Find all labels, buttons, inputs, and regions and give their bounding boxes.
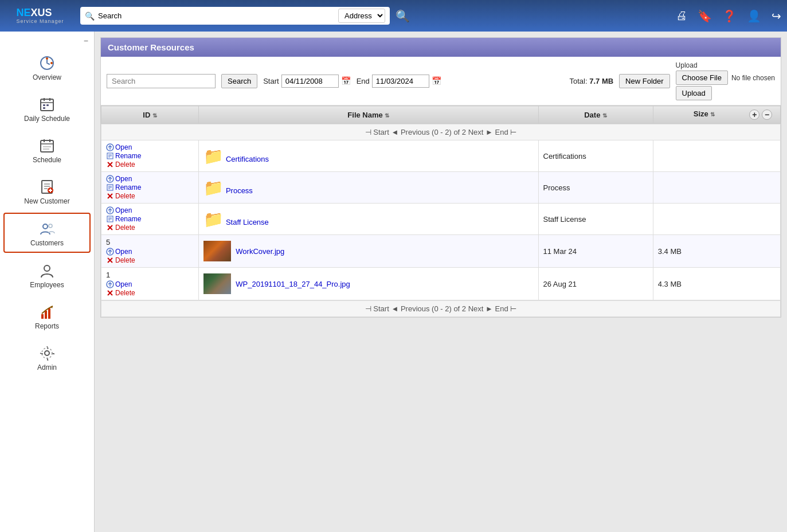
sidebar: − Overview Daily Schedule Schedule xyxy=(0,32,95,532)
help-icon[interactable]: ❓ xyxy=(722,9,737,23)
col-size[interactable]: Size ⇅ + − xyxy=(653,106,780,124)
col-id[interactable]: ID ⇅ xyxy=(101,106,199,124)
address-dropdown[interactable]: Address Name Phone Email xyxy=(338,9,385,23)
schedule-icon xyxy=(37,135,57,156)
cell-filename: 📁 Process xyxy=(199,172,538,204)
zoom-out-button[interactable]: − xyxy=(762,109,772,120)
logo: NEXUS Service Manager xyxy=(6,7,75,25)
folder-icon: 📁 xyxy=(203,179,224,197)
cell-date: 26 Aug 21 xyxy=(538,268,653,300)
start-calendar-icon[interactable]: 📅 xyxy=(341,76,351,85)
employees-icon xyxy=(37,260,57,281)
choose-file-button[interactable]: Choose File xyxy=(676,71,728,85)
print-icon[interactable]: 🖨 xyxy=(676,9,687,22)
page-next-link[interactable]: Next ► xyxy=(468,128,495,136)
delete-link[interactable]: Delete xyxy=(106,289,194,297)
page-next-link-bottom[interactable]: Next ► xyxy=(468,304,495,313)
rename-link[interactable]: Rename xyxy=(106,215,194,223)
cell-size: 3.4 MB xyxy=(653,235,780,268)
action-links: Open Rename Delete xyxy=(106,143,194,169)
certifications-link[interactable]: Certifications xyxy=(226,155,269,163)
open-link[interactable]: Open xyxy=(106,248,194,256)
upload-button[interactable]: Upload xyxy=(676,86,712,100)
filename-sort-icon: ⇅ xyxy=(385,112,389,119)
page-end-link[interactable]: End ⊢ xyxy=(495,128,517,136)
logo-text: NEXUS xyxy=(16,7,64,19)
new-folder-button[interactable]: New Folder xyxy=(619,74,669,88)
customers-icon xyxy=(37,218,57,239)
sidebar-item-customers-label: Customers xyxy=(30,239,64,247)
sidebar-item-schedule[interactable]: Schedule xyxy=(3,130,91,169)
svg-rect-27 xyxy=(45,311,47,319)
row-id-5: 5 xyxy=(106,238,194,247)
page-prev-link-bottom[interactable]: ◄ Previous xyxy=(391,304,429,313)
sidebar-item-daily-schedule-label: Daily Schedule xyxy=(24,115,70,123)
table-row: Open Rename Delete xyxy=(101,140,781,172)
zoom-in-button[interactable]: + xyxy=(749,109,759,120)
end-date-input[interactable] xyxy=(372,75,429,88)
col-filename[interactable]: File Name ⇅ xyxy=(199,106,538,124)
pagination-top: ⊣ Start ◄ Previous (0 - 2) of 2 Next ► E… xyxy=(101,124,780,140)
svg-rect-7 xyxy=(43,104,45,106)
process-link[interactable]: Process xyxy=(226,186,253,195)
action-links: Open Delete xyxy=(106,280,194,297)
svg-rect-8 xyxy=(46,104,49,106)
cell-date: Staff License xyxy=(538,204,653,235)
logout-icon[interactable]: ↪ xyxy=(772,9,781,23)
page-start-link[interactable]: ⊣ Start xyxy=(365,128,389,136)
cell-size: 4.3 MB xyxy=(653,268,780,300)
svg-point-24 xyxy=(49,224,52,228)
resource-search-button[interactable]: Search xyxy=(221,74,257,88)
start-date-input[interactable] xyxy=(281,75,339,88)
delete-link[interactable]: Delete xyxy=(106,192,194,200)
resource-search-input[interactable] xyxy=(107,74,216,88)
sidebar-item-daily-schedule[interactable]: Daily Schedule xyxy=(3,89,91,128)
overview-icon xyxy=(37,53,57,73)
svg-rect-26 xyxy=(41,314,44,319)
workcover-link[interactable]: WorkCover.jpg xyxy=(236,247,284,256)
sidebar-item-admin[interactable]: Admin xyxy=(3,338,91,377)
user-icon[interactable]: 👤 xyxy=(747,9,761,23)
page-start-link-bottom[interactable]: ⊣ Start xyxy=(365,304,389,313)
action-links: Open Rename Delete xyxy=(106,175,194,200)
cell-id: Open Rename Delete xyxy=(101,172,199,204)
top-bar: NEXUS Service Manager 🔍 Address Name Pho… xyxy=(0,0,787,32)
end-calendar-icon[interactable]: 📅 xyxy=(432,76,441,85)
sidebar-collapse-button[interactable]: − xyxy=(0,35,94,46)
delete-link[interactable]: Delete xyxy=(106,161,194,169)
upload-row-top: Upload xyxy=(676,61,775,69)
sidebar-item-overview-label: Overview xyxy=(33,73,61,81)
cell-id: 1 Open Delete xyxy=(101,268,199,300)
search-input[interactable] xyxy=(98,11,335,20)
panel-title: Customer Resources xyxy=(108,42,194,52)
delete-link[interactable]: Delete xyxy=(106,224,194,232)
svg-point-23 xyxy=(43,224,48,229)
logo-sub: Service Manager xyxy=(16,18,64,24)
sidebar-item-customers[interactable]: Customers xyxy=(3,213,91,253)
search-button[interactable]: 🔍 xyxy=(396,9,410,23)
table-row: 5 Open Delete xyxy=(101,235,781,268)
open-link[interactable]: Open xyxy=(106,175,194,183)
wp-link[interactable]: WP_20191101_18_27_44_Pro.jpg xyxy=(236,280,350,288)
page-prev-link[interactable]: ◄ Previous xyxy=(391,128,429,136)
upload-label: Upload xyxy=(676,61,698,69)
svg-point-31 xyxy=(42,348,52,358)
page-end-link-bottom[interactable]: End ⊢ xyxy=(495,304,517,313)
open-link[interactable]: Open xyxy=(106,143,194,151)
cell-filename: WP_20191101_18_27_44_Pro.jpg xyxy=(199,268,538,300)
bookmark-icon[interactable]: 🔖 xyxy=(698,9,712,23)
sidebar-item-new-customer[interactable]: New Customer xyxy=(3,171,91,210)
sidebar-item-employees[interactable]: Employees xyxy=(3,255,91,294)
rename-link[interactable]: Rename xyxy=(106,152,194,160)
open-link[interactable]: Open xyxy=(106,206,194,214)
staff-license-link[interactable]: Staff License xyxy=(226,218,269,226)
sidebar-item-reports[interactable]: Reports xyxy=(3,296,91,335)
sidebar-item-overview[interactable]: Overview xyxy=(3,48,91,87)
delete-link[interactable]: Delete xyxy=(106,256,194,264)
folder-icon: 📁 xyxy=(203,210,224,228)
open-link[interactable]: Open xyxy=(106,280,194,288)
cell-size xyxy=(653,172,780,204)
col-date[interactable]: Date ⇅ xyxy=(538,106,653,124)
rename-link[interactable]: Rename xyxy=(106,183,194,191)
cell-id: Open Rename Delete xyxy=(101,204,199,235)
